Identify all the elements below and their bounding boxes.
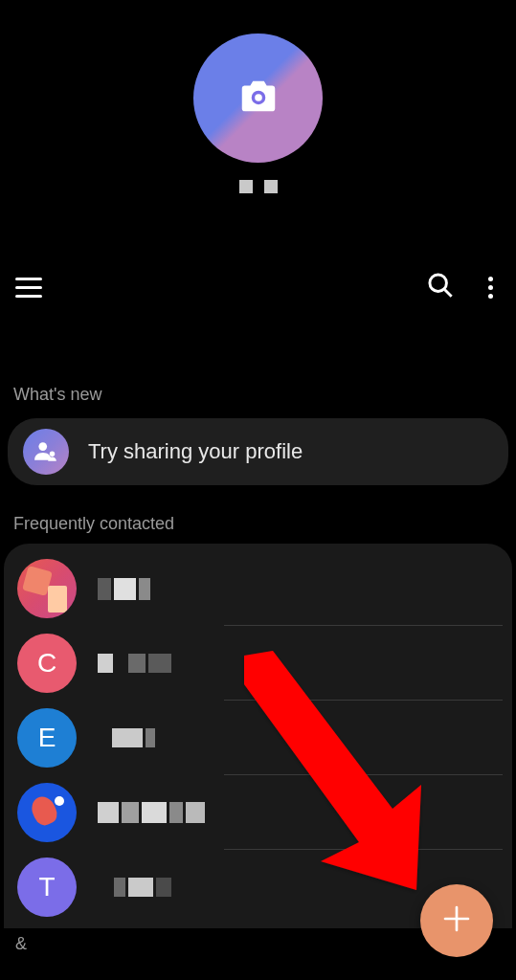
- frequently-contacted-header: Frequently contacted: [0, 514, 516, 534]
- contact-avatar: E: [17, 708, 77, 768]
- contact-name-redacted: [98, 878, 171, 897]
- contact-name-redacted: [98, 654, 171, 673]
- whats-new-card[interactable]: Try sharing your profile: [8, 418, 508, 485]
- svg-point-2: [430, 275, 447, 292]
- whats-new-text: Try sharing your profile: [88, 439, 303, 464]
- contact-row[interactable]: [4, 775, 512, 850]
- svg-point-1: [255, 94, 262, 101]
- menu-icon[interactable]: [15, 278, 42, 298]
- contact-list: C E T: [4, 544, 512, 928]
- svg-point-4: [38, 442, 47, 451]
- toolbar: [0, 272, 516, 302]
- contact-row[interactable]: [4, 551, 512, 626]
- profile-avatar[interactable]: [193, 33, 323, 163]
- svg-line-3: [445, 290, 452, 297]
- contact-avatar: [17, 783, 77, 842]
- profile-header: [0, 0, 516, 193]
- contact-avatar: [17, 559, 77, 618]
- search-icon[interactable]: [427, 272, 454, 302]
- contact-name-redacted: [98, 728, 155, 747]
- add-contact-button[interactable]: [420, 884, 493, 957]
- contact-row[interactable]: C: [4, 626, 512, 701]
- contact-avatar: C: [17, 634, 77, 693]
- more-icon[interactable]: [481, 273, 501, 302]
- plus-icon: [441, 903, 472, 938]
- contact-name-redacted: [98, 578, 150, 600]
- contact-row[interactable]: E: [4, 701, 512, 775]
- profile-name-redacted: [239, 180, 278, 193]
- contact-name-redacted: [98, 802, 205, 823]
- contact-avatar: T: [17, 858, 77, 917]
- share-profile-icon: [23, 429, 69, 475]
- whats-new-header: What's new: [0, 385, 516, 405]
- camera-icon: [236, 78, 280, 120]
- svg-point-5: [50, 451, 55, 456]
